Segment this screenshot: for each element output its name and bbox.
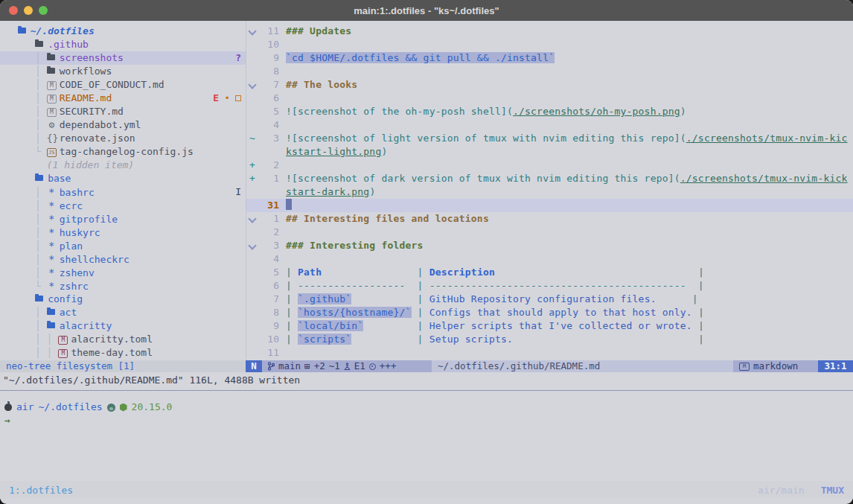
pane-separator[interactable] — [0, 390, 853, 391]
tree-item[interactable]: .github — [0, 38, 246, 51]
text-cursor: I — [235, 185, 241, 199]
line-text — [279, 346, 286, 360]
editor-line[interactable]: 3### Interesting folders — [246, 239, 853, 252]
tree-item[interactable]: │ MCODE_OF_CONDUCT.md — [0, 78, 246, 92]
zoom-button[interactable] — [39, 6, 48, 15]
diff-modified: ~1 — [329, 360, 340, 372]
tree-item[interactable]: │ *bashrcI — [0, 185, 246, 199]
editor-buffer[interactable]: 11### Updates109`cd $HOME/.dotfiles && g… — [246, 21, 853, 360]
editor-line[interactable]: ~3![screenshot of light version of tmux … — [246, 132, 853, 145]
indent-guide: │ — [6, 187, 47, 198]
tree-item[interactable]: │ *plan — [0, 239, 246, 252]
tree-item[interactable]: │ *shellcheckrc — [0, 252, 246, 266]
statusline-filetype-section: M markdown — [733, 360, 818, 372]
config-file-icon: * — [47, 185, 57, 199]
close-button[interactable] — [9, 6, 18, 15]
line-number — [260, 145, 279, 159]
tree-item[interactable]: └ JStag-changelog-config.js — [0, 145, 246, 159]
tree-item[interactable]: (1 hidden item) — [0, 159, 246, 172]
tmux-session-name: air/main — [758, 485, 805, 496]
editor-line[interactable]: 8| `hosts/{hostname}/` | Configs that sh… — [246, 306, 853, 319]
editor-line[interactable]: 10| `scripts` | Setup scripts. | — [246, 333, 853, 346]
prompt-arrow[interactable]: → — [4, 414, 10, 427]
editor-line[interactable]: start-dark.png) — [246, 185, 853, 199]
line-number: 8 — [260, 306, 279, 319]
tree-item-label: (1 hidden item) — [47, 159, 134, 170]
editor-line[interactable]: +2 — [246, 159, 853, 172]
traffic-lights — [9, 0, 48, 21]
editor-line[interactable]: 9| `local/bin` | Helper scripts that I'v… — [246, 319, 853, 333]
editor-line[interactable]: 4 — [246, 118, 853, 132]
tree-item[interactable]: │ act — [0, 306, 246, 319]
tree-item[interactable]: │ {}renovate.json — [0, 132, 246, 145]
gutter-blank — [246, 105, 260, 118]
editor-line[interactable]: 11### Updates — [246, 25, 853, 38]
gutter-blank — [246, 279, 260, 293]
window-title: main:1:.dotfiles - "ks~/.dotfiles" — [354, 5, 499, 16]
editor-line[interactable]: 31 — [246, 199, 853, 212]
tmux-label: TMUX — [821, 485, 844, 496]
editor-line[interactable]: 1## Interesting files and locations — [246, 212, 853, 226]
editor-line[interactable]: 9`cd $HOME/.dotfiles && git pull && ./in… — [246, 51, 853, 65]
tree-item[interactable]: └ *zshrc — [0, 279, 246, 293]
editor-line[interactable]: kstart-light.png) — [246, 145, 853, 159]
line-text: | `scripts` | Setup scripts. | — [279, 333, 704, 346]
line-text: ### Interesting folders — [279, 239, 424, 252]
tree-item[interactable]: │ screenshots? — [0, 51, 246, 65]
editor-line[interactable]: 7| `.github` | GitHub Repository configu… — [246, 293, 853, 306]
config-file-icon: * — [47, 279, 57, 293]
tree-item[interactable]: │ *gitprofile — [0, 212, 246, 226]
line-text: ![screenshot of light version of tmux wi… — [279, 132, 848, 145]
editor-line[interactable]: 5| Path | Description | — [246, 266, 853, 279]
line-text — [279, 38, 286, 51]
tree-item-label: plan — [60, 240, 83, 252]
diff-icon: ⊞ — [304, 360, 310, 372]
editor-line[interactable]: 11 — [246, 346, 853, 360]
tree-item[interactable]: │ │ Malacritty.toml — [0, 333, 246, 346]
line-number: 5 — [260, 105, 279, 118]
node-version: 20.15.0 — [132, 401, 173, 414]
editor-line[interactable]: +1![screenshot of dark version of tmux w… — [246, 172, 853, 185]
tree-item-label: SECURITY.md — [60, 106, 124, 117]
git-branch-icon — [268, 362, 275, 371]
tree-item[interactable]: │ workflows — [0, 65, 246, 78]
tree-item[interactable]: base — [0, 172, 246, 185]
statusline-extra: +++ — [380, 360, 397, 372]
indent-guide — [6, 293, 35, 304]
editor-line[interactable]: 6 — [246, 92, 853, 105]
tree-item[interactable]: │ *zshenv — [0, 266, 246, 279]
editor-line[interactable]: 8 — [246, 65, 853, 78]
tree-item[interactable]: │ ⚙dependabot.yml — [0, 118, 246, 132]
tree-item[interactable]: │ MREADME.mdE• — [0, 92, 246, 105]
tree-item[interactable]: │ MSECURITY.md — [0, 105, 246, 118]
editor-line[interactable]: 7## The looks — [246, 78, 853, 92]
line-number: 5 — [260, 266, 279, 279]
editor-line[interactable]: 2 — [246, 226, 853, 239]
minimize-button[interactable] — [24, 6, 33, 15]
git-sign: + — [246, 159, 260, 172]
tree-item[interactable]: config — [0, 293, 246, 306]
editor-line[interactable]: 6| ------------------ | ----------------… — [246, 279, 853, 293]
config-file-icon: * — [47, 226, 57, 239]
markdown-file-icon: M — [47, 95, 57, 103]
editor-line[interactable]: 5![screenshot of the oh-my-posh shell](.… — [246, 105, 853, 118]
mode-indicator: N — [246, 360, 262, 372]
tmux-window-name[interactable]: 1:.dotfiles — [9, 485, 73, 496]
editor-line[interactable]: 4 — [246, 252, 853, 266]
tree-item[interactable]: │ *ecrc — [0, 199, 246, 212]
folder-icon — [47, 309, 55, 315]
tree-item[interactable]: │ │ Mtheme-day.toml — [0, 346, 246, 360]
indent-guide: │ — [6, 133, 47, 144]
tree-item-label: huskyrc — [60, 227, 100, 238]
tree-item[interactable]: │ *huskyrc — [0, 226, 246, 239]
tree-item[interactable]: │ alacritty — [0, 319, 246, 333]
terminal-window: main:1:.dotfiles - "ks~/.dotfiles" ~/.do… — [0, 0, 853, 504]
folder-icon — [47, 322, 55, 328]
line-text: | Path | Description | — [279, 266, 704, 279]
tree-item[interactable]: ~/.dotfiles — [0, 25, 246, 38]
gutter-blank — [246, 226, 260, 239]
line-text — [279, 252, 286, 266]
line-number: 11 — [260, 25, 279, 38]
editor-line[interactable]: 10 — [246, 38, 853, 51]
gutter-blank — [246, 199, 260, 212]
